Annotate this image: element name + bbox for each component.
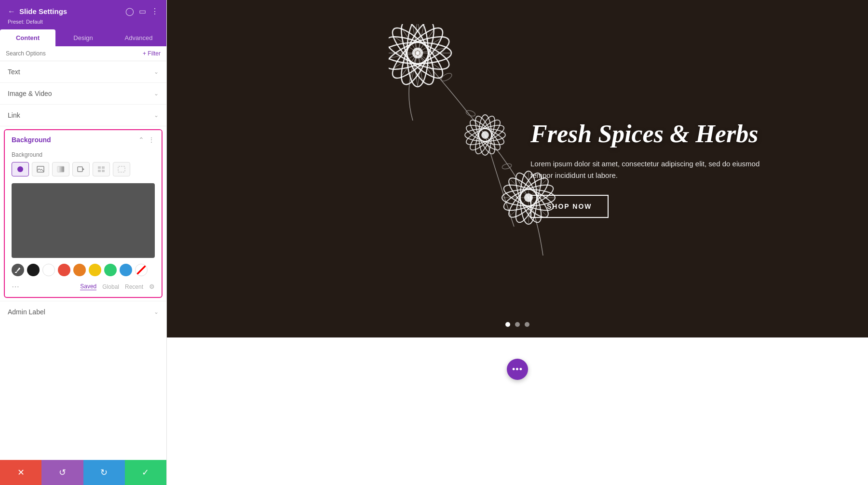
svg-rect-1: [37, 166, 44, 172]
settings-icon[interactable]: ◯: [125, 7, 134, 16]
section-admin-label[interactable]: Admin Label ⌄: [0, 301, 166, 323]
svg-marker-4: [82, 168, 84, 171]
sidebar-title: Slide Settings: [19, 7, 67, 15]
section-text-label: Text: [8, 68, 20, 76]
slider-hero: Fresh Spices & Herbs Lorem ipsum dolor s…: [167, 0, 868, 337]
tab-design[interactable]: Design: [55, 29, 111, 46]
svg-rect-7: [98, 170, 101, 172]
sidebar-tabs: Content Design Advanced: [0, 29, 166, 46]
color-tabs-row: ⋯ Saved Global Recent ⚙: [5, 280, 162, 297]
bg-type-solid[interactable]: [12, 162, 29, 176]
background-sub-label: Background: [5, 149, 162, 162]
sidebar-header: ← Slide Settings ◯ ▭ ⋮ Preset: Default: [0, 0, 166, 29]
background-type-icons: [5, 162, 162, 181]
svg-rect-2: [57, 166, 64, 172]
slide-heading: Fresh Spices & Herbs: [530, 120, 781, 148]
svg-rect-3: [78, 167, 82, 172]
section-image-video-label: Image & Video: [8, 90, 52, 97]
section-link-label: Link: [8, 111, 20, 119]
eyedropper-swatch[interactable]: [12, 264, 24, 276]
bg-type-video[interactable]: [72, 162, 90, 176]
section-link[interactable]: Link ⌄: [0, 105, 166, 126]
main-preview: Fresh Spices & Herbs Lorem ipsum dolor s…: [167, 0, 868, 485]
swatch-blue[interactable]: [120, 264, 132, 276]
svg-rect-6: [102, 166, 105, 169]
dots-icon[interactable]: ⋯: [12, 282, 19, 291]
svg-rect-10: [15, 272, 17, 273]
color-tab-recent[interactable]: Recent: [125, 283, 143, 290]
cancel-icon: ✕: [17, 467, 25, 478]
undo-icon: ↺: [59, 467, 66, 478]
bg-type-mask[interactable]: [113, 162, 130, 176]
swatch-black[interactable]: [27, 264, 40, 276]
redo-icon: ↻: [100, 467, 108, 478]
background-section-header: Background ⌃ ⋮: [5, 130, 162, 149]
cancel-button[interactable]: ✕: [0, 460, 41, 485]
admin-label-text: Admin Label: [8, 308, 45, 316]
dot-3[interactable]: [525, 322, 529, 327]
background-title: Background: [12, 136, 51, 144]
color-preview-box[interactable]: [12, 183, 155, 258]
search-bar: + Filter: [0, 46, 166, 61]
chevron-down-icon: ⌄: [154, 68, 159, 75]
swatch-orange[interactable]: [73, 264, 86, 276]
more-options-icon[interactable]: ⋮: [148, 136, 155, 144]
color-tab-global[interactable]: Global: [102, 283, 119, 290]
swatch-green[interactable]: [104, 264, 117, 276]
bg-type-gradient[interactable]: [52, 162, 69, 176]
save-button[interactable]: ✓: [125, 460, 166, 485]
sidebar-panel: ← Slide Settings ◯ ▭ ⋮ Preset: Default C…: [0, 0, 167, 485]
swatch-clear[interactable]: [135, 264, 148, 276]
sidebar-content: Text ⌄ Image & Video ⌄ Link ⌄ Background…: [0, 61, 166, 485]
back-icon[interactable]: ←: [8, 7, 15, 16]
shop-now-button[interactable]: SHOP NOW: [530, 195, 609, 218]
fab-dots-icon: •••: [512, 364, 523, 375]
color-tab-saved[interactable]: Saved: [80, 283, 96, 290]
redo-button[interactable]: ↻: [83, 460, 125, 485]
slide-text-content: Fresh Spices & Herbs Lorem ipsum dolor s…: [530, 120, 781, 218]
swatch-red[interactable]: [58, 264, 70, 276]
bg-type-image[interactable]: [32, 162, 49, 176]
split-icon[interactable]: ▭: [139, 7, 146, 16]
save-icon: ✓: [142, 467, 149, 478]
chevron-down-icon: ⌄: [154, 90, 159, 97]
undo-button[interactable]: ↺: [41, 460, 83, 485]
svg-point-51: [440, 72, 453, 82]
tab-content[interactable]: Content: [0, 29, 55, 46]
bottom-toolbar: ✕ ↺ ↻ ✓: [0, 460, 166, 485]
svg-rect-5: [98, 166, 101, 169]
color-swatches: [5, 264, 162, 280]
search-input[interactable]: [6, 50, 143, 57]
tab-advanced[interactable]: Advanced: [111, 29, 166, 46]
section-text[interactable]: Text ⌄: [0, 61, 166, 83]
chevron-down-icon: ⌄: [154, 112, 159, 119]
fab-button[interactable]: •••: [507, 359, 528, 380]
dot-2[interactable]: [515, 322, 520, 327]
slide-body: Lorem ipsum dolor sit amet, consectetur …: [530, 158, 781, 181]
swatch-yellow[interactable]: [89, 264, 101, 276]
section-image-video[interactable]: Image & Video ⌄: [0, 83, 166, 105]
bg-type-pattern[interactable]: [93, 162, 110, 176]
background-section: Background ⌃ ⋮ Background: [4, 129, 163, 298]
slider-dots: [505, 322, 529, 327]
svg-point-52: [465, 109, 476, 117]
svg-rect-9: [118, 166, 125, 172]
gear-icon[interactable]: ⚙: [149, 283, 155, 290]
svg-rect-8: [102, 170, 105, 172]
more-icon[interactable]: ⋮: [151, 7, 159, 16]
filter-button[interactable]: + Filter: [143, 50, 161, 57]
preset-label[interactable]: Preset: Default: [8, 19, 159, 25]
chevron-down-icon: ⌄: [154, 309, 159, 315]
dot-1[interactable]: [505, 322, 510, 327]
chevron-up-icon[interactable]: ⌃: [138, 136, 144, 144]
swatch-white[interactable]: [42, 264, 55, 276]
svg-point-0: [17, 166, 23, 172]
